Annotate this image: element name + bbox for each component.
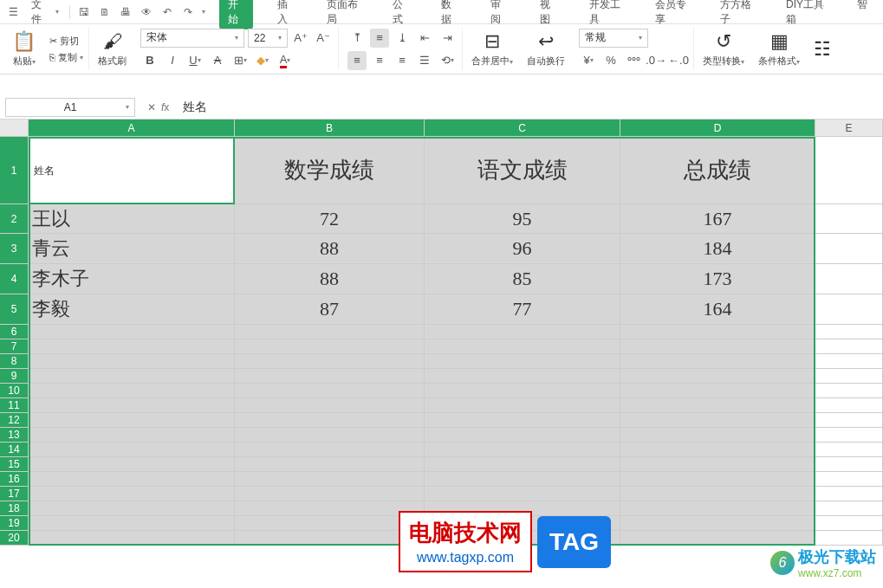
cell-B6[interactable] — [235, 325, 425, 339]
row-header-16[interactable]: 16 — [0, 472, 29, 487]
cell-A8[interactable] — [29, 354, 235, 369]
cell-D10[interactable] — [620, 384, 815, 398]
cell-C14[interactable] — [425, 443, 620, 457]
cell-D8[interactable] — [620, 354, 815, 369]
cell-E20[interactable] — [815, 531, 883, 546]
cell-C9[interactable] — [425, 369, 620, 384]
cell-B9[interactable] — [235, 369, 425, 384]
cell-A5[interactable]: 李毅 — [29, 294, 235, 325]
cell-A13[interactable] — [29, 428, 235, 443]
cell-C12[interactable] — [425, 413, 620, 428]
tab-view[interactable]: 视图 — [531, 0, 565, 29]
cell-B11[interactable] — [235, 398, 425, 413]
cell-E11[interactable] — [815, 398, 883, 413]
col-header-E[interactable]: E — [815, 120, 883, 137]
cell-B2[interactable]: 72 — [235, 204, 425, 234]
cell-B12[interactable] — [235, 413, 425, 428]
cell-B7[interactable] — [235, 339, 425, 354]
merge-center-button[interactable]: ⊟ 合并居中▾ — [466, 28, 518, 70]
cell-D13[interactable] — [620, 428, 815, 443]
extra-button[interactable]: ☷ — [808, 28, 836, 70]
cell-B17[interactable] — [235, 487, 425, 501]
col-header-C[interactable]: C — [425, 120, 620, 137]
cell-A11[interactable] — [29, 398, 235, 413]
cell-E16[interactable] — [815, 472, 883, 487]
align-left-icon[interactable]: ≡ — [347, 51, 367, 70]
qat-dropdown-icon[interactable]: ▾ — [202, 8, 205, 16]
print-icon[interactable]: 🖶 — [119, 5, 133, 19]
cell-C3[interactable]: 96 — [425, 234, 620, 264]
cell-B14[interactable] — [235, 443, 425, 457]
cell-C11[interactable] — [425, 398, 620, 413]
increase-font-icon[interactable]: A⁺ — [291, 29, 310, 48]
cell-D16[interactable] — [620, 472, 815, 487]
cell-A12[interactable] — [29, 413, 235, 428]
cell-B18[interactable] — [235, 501, 425, 516]
tab-formula[interactable]: 公式 — [384, 0, 418, 29]
cell-C17[interactable] — [425, 487, 620, 501]
cell-D2[interactable]: 167 — [620, 204, 815, 234]
tab-diy[interactable]: DIY工具箱 — [777, 0, 833, 29]
align-center-icon[interactable]: ≡ — [370, 51, 389, 70]
bold-button[interactable]: B — [140, 51, 159, 70]
cell-C4[interactable]: 85 — [425, 264, 620, 294]
cell-D20[interactable] — [620, 531, 815, 546]
row-header-15[interactable]: 15 — [0, 457, 29, 472]
cell-E15[interactable] — [815, 457, 883, 472]
col-header-A[interactable]: A — [29, 120, 235, 137]
cell-B19[interactable] — [235, 516, 425, 531]
format-painter-button[interactable]: 🖌 格式刷 — [93, 28, 132, 70]
cell-E3[interactable] — [815, 234, 883, 264]
font-size-selector[interactable]: 22▾ — [248, 29, 288, 48]
tab-pagelayout[interactable]: 页面布局 — [318, 0, 368, 29]
cell-D19[interactable] — [620, 516, 815, 531]
cell-B8[interactable] — [235, 354, 425, 369]
cell-B3[interactable]: 88 — [235, 234, 425, 264]
italic-button[interactable]: I — [163, 51, 182, 70]
cell-C13[interactable] — [425, 428, 620, 443]
cell-A10[interactable] — [29, 384, 235, 398]
align-right-icon[interactable]: ≡ — [393, 51, 412, 70]
row-header-5[interactable]: 5 — [0, 294, 29, 325]
type-convert-button[interactable]: ↺ 类型转换▾ — [698, 28, 750, 70]
cell-C8[interactable] — [425, 354, 620, 369]
formula-input[interactable]: 姓名 — [176, 100, 883, 115]
row-header-10[interactable]: 10 — [0, 384, 29, 398]
row-header-18[interactable]: 18 — [0, 501, 29, 516]
undo-icon[interactable]: ↶ — [160, 5, 174, 19]
cell-D7[interactable] — [620, 339, 815, 354]
cell-B13[interactable] — [235, 428, 425, 443]
font-selector[interactable]: 宋体▾ — [140, 29, 244, 48]
row-header-11[interactable]: 11 — [0, 398, 29, 413]
cell-E17[interactable] — [815, 487, 883, 501]
cell-C7[interactable] — [425, 339, 620, 354]
decrease-indent-icon[interactable]: ⇤ — [415, 29, 434, 48]
tab-devtools[interactable]: 开发工具 — [581, 0, 631, 29]
copy-button[interactable]: ⎘复制▾ — [49, 51, 83, 64]
cell-D14[interactable] — [620, 443, 815, 457]
align-top-icon[interactable]: ⤒ — [347, 29, 367, 48]
select-all-corner[interactable] — [0, 120, 29, 137]
cell-D9[interactable] — [620, 369, 815, 384]
tab-ffgz[interactable]: 方方格子 — [711, 0, 762, 29]
align-bottom-icon[interactable]: ⤓ — [393, 29, 412, 48]
fx-icon[interactable]: fx — [161, 101, 169, 113]
cell-A1[interactable]: 姓名 — [29, 137, 235, 204]
paste-button[interactable]: 📋 粘贴▾ — [7, 28, 41, 70]
tab-data[interactable]: 数据 — [432, 0, 466, 29]
cell-A2[interactable]: 王以 — [29, 204, 235, 234]
cell-C5[interactable]: 77 — [425, 294, 620, 325]
cell-C1[interactable]: 语文成绩 — [425, 137, 620, 204]
col-header-B[interactable]: B — [235, 120, 425, 137]
cell-E18[interactable] — [815, 501, 883, 516]
cell-D15[interactable] — [620, 457, 815, 472]
cell-E5[interactable] — [815, 294, 883, 325]
row-header-1[interactable]: 1 — [0, 137, 29, 204]
cond-format-button[interactable]: ▦ 条件格式▾ — [753, 28, 805, 70]
file-menu[interactable]: 文件▾ — [23, 0, 62, 30]
decrease-font-icon[interactable]: A⁻ — [314, 29, 333, 48]
cell-A15[interactable] — [29, 457, 235, 472]
row-header-4[interactable]: 4 — [0, 264, 29, 294]
cell-C15[interactable] — [425, 457, 620, 472]
row-header-12[interactable]: 12 — [0, 413, 29, 428]
